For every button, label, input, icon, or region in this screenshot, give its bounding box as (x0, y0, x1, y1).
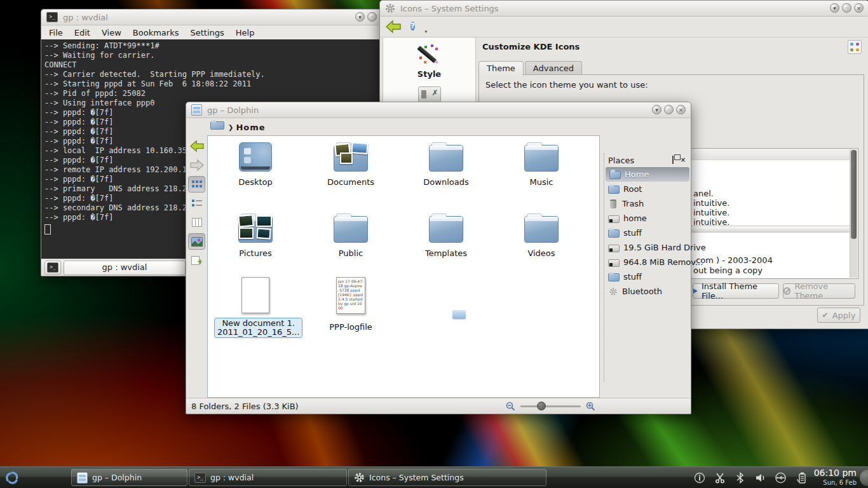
terminal-titlebar[interactable]: >_ gp : wvdial ▾ ◦ (41, 10, 382, 25)
terminal-cursor (44, 224, 51, 234)
folder-tile[interactable]: Downloads (405, 142, 487, 187)
task-label: gp – Dolphin (92, 473, 142, 482)
maximize-button[interactable]: ◦ (664, 105, 674, 114)
task-wvdial[interactable]: >_ gp : wvdial (189, 469, 347, 486)
battery-device-icon[interactable] (795, 471, 807, 484)
folder-tile[interactable]: Desktop (214, 142, 297, 187)
remove-theme-button[interactable]: Remove Theme (783, 283, 855, 299)
menu-item[interactable]: Help (236, 28, 255, 37)
terminal-tab[interactable]: gp : wvdial (64, 261, 186, 275)
terminal-menubar: FileEditViewBookmarksSettingsHelp (41, 25, 382, 40)
clock[interactable]: 06:10 pm Sun, 6 Feb (814, 468, 857, 487)
sidebar-item-style[interactable]: Style (383, 41, 475, 103)
workspace-icon[interactable] (418, 86, 441, 103)
place-item-trash[interactable]: Trash (604, 196, 691, 211)
usb-device-icon[interactable] (775, 471, 787, 484)
folder-tile[interactable]: Templates (405, 214, 487, 258)
menu-item[interactable]: File (49, 28, 63, 37)
photo-thumb (256, 227, 271, 239)
minimize-button[interactable]: ▾ (830, 3, 839, 13)
system-settings-titlebar[interactable]: Icons – System Settings ▾ ◦ × (380, 1, 868, 17)
clipboard-scissors-icon[interactable] (714, 471, 726, 484)
launcher-swirl-icon (4, 470, 20, 486)
minimize-button[interactable]: ▾ (652, 105, 661, 114)
bluetooth-icon[interactable] (734, 471, 746, 484)
folder-tile[interactable]: Music (500, 142, 583, 187)
menu-item[interactable]: Edit (74, 28, 90, 37)
menu-item[interactable]: Bookmarks (133, 28, 179, 37)
terminal-title: gp : wvdial (63, 13, 108, 22)
install-theme-button[interactable]: Install Theme File... (693, 283, 779, 299)
theme-description-text: .com ) - 2003-2004 out being a copy (693, 255, 773, 276)
apply-button[interactable]: ✔ Apply (817, 308, 860, 323)
icons-view-button[interactable] (188, 176, 205, 193)
help-button[interactable]: ? ▾ (410, 20, 423, 33)
split-view-button[interactable]: + (188, 252, 205, 269)
file-tile-selected[interactable]: New document 1. 2011_01_20_16_5... (214, 277, 297, 338)
public-folder-icon (332, 214, 369, 243)
breadcrumb[interactable]: Home (236, 123, 265, 132)
volume-icon[interactable] (754, 471, 766, 484)
folder-tile[interactable]: Public (309, 214, 392, 258)
task-system-settings[interactable]: Icons – System Settings (348, 469, 546, 486)
trash-icon (608, 200, 618, 208)
dot-icon (856, 48, 859, 51)
panel-toolbox-cashew[interactable] (860, 470, 868, 486)
zoom-slider-handle[interactable] (537, 402, 546, 410)
folder-tile[interactable]: Videos (500, 214, 583, 258)
folder-icon (608, 186, 620, 194)
columns-view-button[interactable] (188, 214, 205, 231)
forward-button[interactable] (188, 157, 205, 173)
scrollbar[interactable] (850, 149, 857, 278)
zoom-in-icon[interactable] (586, 402, 595, 411)
apply-label: Apply (832, 311, 856, 320)
zoom-slider[interactable] (520, 405, 581, 407)
details-view-button[interactable] (188, 195, 205, 212)
undock-panel-button[interactable] (669, 156, 677, 164)
preview-icon (191, 237, 203, 247)
place-item-stuff[interactable]: stuff (604, 226, 691, 240)
check-icon: ✔ (822, 311, 829, 320)
install-theme-label: Install Theme File... (702, 281, 778, 301)
back-button[interactable] (385, 20, 402, 34)
tab-advanced[interactable]: Advanced (525, 61, 582, 76)
menu-item[interactable]: Settings (190, 28, 224, 37)
terminal-line: --> Pid of pppd: 25082 (44, 89, 379, 98)
scrollbar-thumb[interactable] (851, 150, 857, 239)
folder-view[interactable]: Desktop Documents Downloads Music (207, 135, 600, 398)
zoom-out-icon[interactable] (506, 402, 515, 411)
dolphin-icon (191, 104, 202, 116)
maximize-button[interactable]: ◦ (842, 3, 851, 13)
folder-label: Music (500, 177, 583, 187)
folder-label: Documents (309, 177, 392, 187)
preview-toggle-button[interactable] (188, 233, 205, 250)
menu-item[interactable]: View (102, 28, 121, 37)
dot-icon (856, 43, 859, 46)
tab-theme[interactable]: Theme (478, 61, 524, 76)
place-item-home-partition[interactable]: home (604, 211, 691, 226)
maximize-button[interactable]: ◦ (367, 12, 377, 22)
folder-tile[interactable]: Documents (309, 142, 392, 187)
place-item-hard-drive[interactable]: 19.5 GiB Hard Drive (604, 240, 691, 255)
breadcrumb-home-button[interactable] (210, 121, 224, 133)
dolphin-titlebar[interactable]: gp – Dolphin ▾ ◦ × (186, 102, 691, 118)
task-dolphin[interactable]: gp – Dolphin (71, 469, 187, 486)
app-launcher-button[interactable] (0, 467, 24, 488)
folder-tile[interactable]: Pictures (214, 214, 297, 258)
place-item-root[interactable]: Root (604, 182, 691, 196)
notifications-icon[interactable] (693, 471, 705, 484)
place-item-home[interactable]: Home (606, 167, 689, 182)
icon-grid-button[interactable] (848, 40, 862, 54)
place-item-removable[interactable]: 964.8 MiB Remov... (604, 255, 691, 269)
terminal-line: --> Sending: ATDT*99***1# (44, 41, 379, 51)
close-button[interactable]: × (854, 3, 864, 13)
new-tab-button[interactable]: >_ (44, 261, 61, 274)
hard-drive-icon (608, 245, 620, 252)
places-header: Places × (604, 153, 691, 167)
place-item-stuff2[interactable]: stuff (604, 269, 691, 284)
file-tile[interactable]: Jan 17 09:47:18 gp-Aspire-5738 pppd[1946… (309, 277, 392, 332)
close-button[interactable]: × (676, 105, 686, 114)
place-item-bluetooth[interactable]: Bluetooth (604, 284, 691, 299)
minimize-button[interactable]: ▾ (355, 12, 365, 22)
back-button[interactable] (188, 138, 205, 154)
